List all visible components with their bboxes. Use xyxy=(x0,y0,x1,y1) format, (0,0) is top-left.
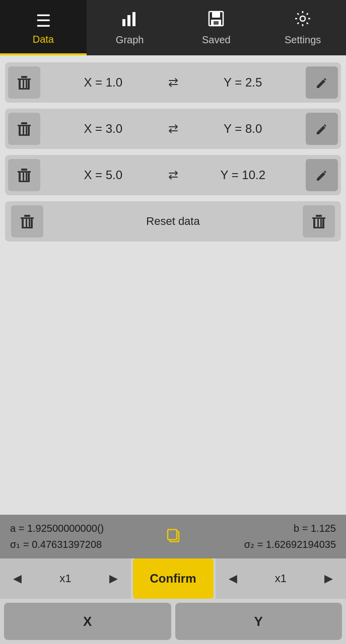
svg-rect-20 xyxy=(23,126,24,134)
svg-rect-12 xyxy=(19,88,30,90)
svg-rect-14 xyxy=(26,80,27,88)
multiplier-row: ◀ x1 ▶ Confirm ◀ x1 ▶ xyxy=(0,558,346,599)
tab-graph[interactable]: Graph xyxy=(87,0,173,55)
xy-row: X Y xyxy=(0,599,346,644)
reset-delete-right[interactable] xyxy=(303,205,335,237)
row-x-1: X = 1.0 xyxy=(43,75,163,90)
x-button[interactable]: X xyxy=(4,603,171,640)
row-content-1: X = 1.0 ⇄ Y = 2.5 xyxy=(43,75,303,90)
row-y-3: Y = 10.2 xyxy=(183,168,303,182)
delete-btn-1[interactable] xyxy=(8,66,40,99)
svg-rect-32 xyxy=(31,219,33,228)
arrow-2: ⇄ xyxy=(163,122,183,136)
main-content: X = 1.0 ⇄ Y = 2.5 X = 3.0 ⇄ xyxy=(0,55,346,515)
svg-rect-33 xyxy=(22,227,33,228)
sigma2-value: σ₂ = 1.62692194035 xyxy=(244,538,336,550)
tab-graph-label: Graph xyxy=(116,34,144,46)
mult-right-value: x1 xyxy=(275,572,287,585)
b-value: b = 1.125 xyxy=(294,523,336,534)
mult-section-left: ◀ x1 ▶ xyxy=(0,558,131,599)
svg-rect-15 xyxy=(18,125,31,126)
reset-delete-left[interactable] xyxy=(11,205,43,237)
tab-bar: ☰ Data Graph Saved xyxy=(0,0,346,55)
y-button[interactable]: Y xyxy=(175,603,342,640)
data-row-3: X = 5.0 ⇄ Y = 10.2 xyxy=(5,155,341,195)
mult-right-arrow-right[interactable]: ▶ xyxy=(319,569,338,588)
svg-rect-2 xyxy=(132,12,135,26)
data-row-2: X = 3.0 ⇄ Y = 8.0 xyxy=(5,109,341,149)
svg-rect-27 xyxy=(23,173,24,181)
svg-rect-9 xyxy=(21,76,27,78)
row-y-1: Y = 2.5 xyxy=(183,75,303,90)
svg-rect-11 xyxy=(28,80,30,89)
arrow-1: ⇄ xyxy=(163,75,183,90)
row-x-3: X = 5.0 xyxy=(43,168,163,182)
svg-rect-8 xyxy=(18,78,31,80)
tab-data-label: Data xyxy=(33,34,54,45)
delete-btn-3[interactable] xyxy=(8,159,40,191)
bottom-controls: ◀ x1 ▶ Confirm ◀ x1 ▶ X Y xyxy=(0,558,346,644)
mult-left-value: x1 xyxy=(59,572,71,585)
mult-right-arrow-left[interactable]: ◀ xyxy=(224,569,242,588)
svg-rect-29 xyxy=(21,217,34,219)
svg-rect-28 xyxy=(26,173,27,181)
svg-rect-22 xyxy=(18,171,31,173)
svg-rect-6 xyxy=(214,21,219,25)
row-content-2: X = 3.0 ⇄ Y = 8.0 xyxy=(43,122,303,136)
svg-rect-40 xyxy=(313,227,324,228)
svg-rect-31 xyxy=(22,219,24,228)
svg-rect-34 xyxy=(26,219,27,227)
svg-rect-4 xyxy=(212,12,220,18)
svg-rect-10 xyxy=(19,80,21,89)
svg-rect-41 xyxy=(317,219,319,227)
svg-rect-25 xyxy=(28,173,30,182)
stats-bar: a = 1.92500000000() b = 1.125 σ₁ = 0.476… xyxy=(0,515,346,558)
svg-rect-0 xyxy=(122,19,125,26)
tab-settings-label: Settings xyxy=(285,34,321,46)
edit-btn-3[interactable] xyxy=(306,159,338,191)
mult-left-arrow-right[interactable]: ▶ xyxy=(104,569,123,588)
edit-btn-2[interactable] xyxy=(306,113,338,145)
svg-rect-13 xyxy=(23,80,24,88)
svg-rect-37 xyxy=(316,215,322,217)
svg-rect-38 xyxy=(313,219,315,228)
svg-point-7 xyxy=(300,16,305,21)
svg-rect-39 xyxy=(322,219,324,228)
list-icon: ☰ xyxy=(36,11,51,31)
row-y-2: Y = 8.0 xyxy=(183,122,303,136)
svg-rect-26 xyxy=(19,181,30,182)
delete-btn-2[interactable] xyxy=(8,113,40,145)
svg-rect-44 xyxy=(168,529,177,539)
svg-rect-1 xyxy=(127,15,130,26)
svg-rect-35 xyxy=(29,219,30,227)
reset-label: Reset data xyxy=(48,215,298,228)
save-icon xyxy=(207,10,225,31)
svg-rect-16 xyxy=(21,122,27,124)
arrow-3: ⇄ xyxy=(163,168,183,182)
mult-section-right: ◀ x1 ▶ xyxy=(216,558,347,599)
tab-settings[interactable]: Settings xyxy=(259,0,346,55)
svg-rect-21 xyxy=(26,126,27,134)
data-row-1: X = 1.0 ⇄ Y = 2.5 xyxy=(5,62,341,103)
svg-rect-18 xyxy=(28,126,30,135)
settings-icon xyxy=(294,10,311,31)
svg-rect-30 xyxy=(24,215,30,217)
svg-rect-19 xyxy=(19,134,30,136)
tab-saved-label: Saved xyxy=(202,34,231,46)
svg-rect-42 xyxy=(320,219,322,227)
tab-saved[interactable]: Saved xyxy=(173,0,260,55)
svg-rect-23 xyxy=(21,169,27,171)
row-x-2: X = 3.0 xyxy=(43,122,163,136)
reset-row[interactable]: Reset data xyxy=(5,201,341,242)
graph-icon xyxy=(121,10,139,31)
row-content-3: X = 5.0 ⇄ Y = 10.2 xyxy=(43,168,303,182)
svg-rect-36 xyxy=(312,217,325,219)
edit-btn-1[interactable] xyxy=(306,66,338,99)
confirm-button[interactable]: Confirm xyxy=(133,558,214,599)
copy-icon[interactable] xyxy=(165,527,181,546)
a-value: a = 1.92500000000() xyxy=(10,523,104,534)
tab-data[interactable]: ☰ Data xyxy=(0,0,87,55)
mult-left-arrow-left[interactable]: ◀ xyxy=(8,569,27,588)
svg-rect-24 xyxy=(19,173,21,182)
sigma1-value: σ₁ = 0.47631397208 xyxy=(10,538,102,550)
